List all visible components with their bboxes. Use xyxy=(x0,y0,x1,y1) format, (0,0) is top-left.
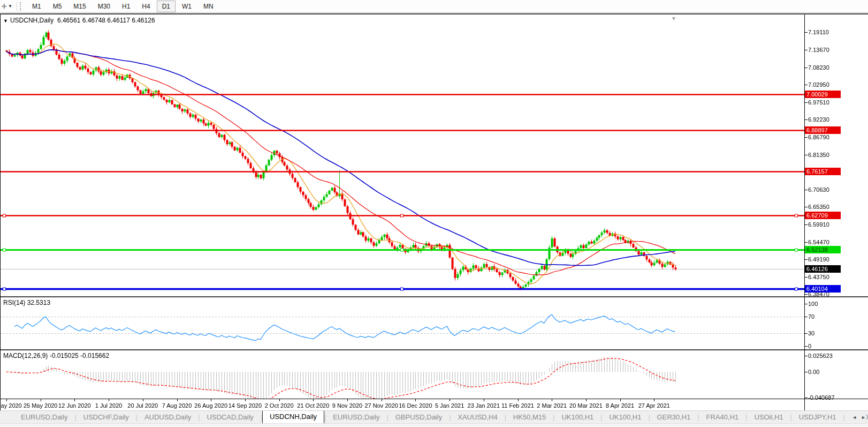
price-tick-label: 6.70630 xyxy=(808,186,829,193)
hline-price-label: 6.52138 xyxy=(805,246,841,253)
chart-tab-hk50-m15[interactable]: HK50,M15 xyxy=(506,411,553,423)
scroll-to-end-marker[interactable]: ▼ xyxy=(671,16,676,21)
date-label: 14 Sep 2020 xyxy=(229,402,262,409)
timeframe-button-h4[interactable]: H4 xyxy=(136,1,155,12)
chart-title: ▼USDCNH,Daily 6.46561 6.46748 6.46117 6.… xyxy=(3,17,155,24)
price-tick-label: 6.59910 xyxy=(808,221,829,228)
macd-tick-label: 0.025623 xyxy=(808,353,833,359)
date-label: 20 Jul 2020 xyxy=(127,402,158,409)
chart-tab-ger30-h1[interactable]: GER30,H1 xyxy=(650,411,698,423)
price-tick-label: 6.65350 xyxy=(808,204,829,210)
chart-ohlc-quotes: 6.46561 6.46748 6.46117 6.46126 xyxy=(57,17,155,24)
chart-tab-list: EURUSD,Daily|USDCHF,Daily|AUDUSD,Daily|U… xyxy=(14,411,868,423)
chart-tab-usdchf-daily[interactable]: USDCHF,Daily xyxy=(77,411,136,423)
date-label: 9 Nov 2020 xyxy=(332,402,362,409)
rsi-indicator-label: RSI(14) 32.5313 xyxy=(3,299,50,306)
date-label: 12 Jun 2020 xyxy=(58,402,91,409)
timeframe-button-group: M1M5M15M30H1H4D1W1MN xyxy=(26,1,219,12)
price-tick-label: 6.81350 xyxy=(808,152,829,158)
date-label: 25 May 2020 xyxy=(24,402,58,409)
cursor-tool-icon[interactable]: ✛ xyxy=(0,3,8,10)
chart-tab-fra40-h1[interactable]: FRA40,H1 xyxy=(699,411,746,423)
date-label: 5 Jan 2021 xyxy=(435,402,464,409)
cursor-tool-dropdown-icon[interactable]: ▼ xyxy=(8,4,15,9)
chart-tab-bar: EURUSD,Daily|USDCHF,Daily|AUDUSD,Daily|U… xyxy=(0,410,868,423)
date-label: 2 Mar 2021 xyxy=(537,402,567,409)
timeframe-button-mn[interactable]: MN xyxy=(198,1,219,12)
rsi-tick-label: 30 xyxy=(808,330,814,336)
macd-tick-label: -0.040687 xyxy=(808,394,835,401)
timeframe-button-m5[interactable]: M5 xyxy=(48,1,67,12)
date-label: 21 Oct 2020 xyxy=(297,402,329,409)
chart-tab-usdcnh-daily[interactable]: USDCNH,Daily xyxy=(262,410,324,423)
price-tick-label: 6.54470 xyxy=(808,239,829,245)
timeframe-button-m30[interactable]: M30 xyxy=(93,1,116,12)
price-tick-label: 6.43750 xyxy=(808,274,829,280)
date-label: 1 Jul 2020 xyxy=(95,402,123,409)
date-label: 27 Apr 2021 xyxy=(638,402,670,409)
chart-tab-usdjpy-h1[interactable]: USDJPY,H1 xyxy=(792,411,843,423)
status-strip xyxy=(0,423,868,427)
toolbar-grip-handle[interactable] xyxy=(20,2,23,11)
date-label: 11 Feb 2021 xyxy=(501,402,534,409)
hline-price-label: 6.40104 xyxy=(805,285,841,293)
price-tick-label: 6.86790 xyxy=(808,134,829,140)
price-tick-label: 7.08230 xyxy=(808,64,829,71)
date-label: 8 Apr 2021 xyxy=(606,402,634,409)
price-tick-label: 7.19110 xyxy=(808,29,829,35)
chart-tab-usoil-h1[interactable]: USOil,H1 xyxy=(747,411,790,423)
price-tick-label: 7.02950 xyxy=(808,81,829,88)
chart-tab-gbpusd-daily[interactable]: GBPUSD,Daily xyxy=(389,411,449,423)
tabs-scroll-right-icon[interactable]: ► xyxy=(861,415,866,420)
tab-scroll-arrows: ◄ ► xyxy=(849,411,866,423)
hline-price-label: 7.00029 xyxy=(805,91,841,98)
price-tick-label: 6.49190 xyxy=(808,256,829,263)
timeframe-button-h1[interactable]: H1 xyxy=(117,1,135,12)
timeframe-button-d1[interactable]: D1 xyxy=(157,1,176,12)
toolbar-separator xyxy=(17,2,17,11)
price-tick-label: 6.92230 xyxy=(808,116,829,123)
date-label: 27 Nov 2020 xyxy=(364,402,398,409)
chart-collapse-icon[interactable]: ▼ xyxy=(3,18,8,24)
price-tick-label: 7.13670 xyxy=(808,47,829,53)
date-label: 6 May 2020 xyxy=(0,402,22,409)
top-toolbar: ✛ ▼ M1M5M15M30H1H4D1W1MN xyxy=(0,0,868,13)
date-label: 2 Oct 2020 xyxy=(265,402,294,409)
chart-tab-eurusd-daily[interactable]: EURUSD,Daily xyxy=(326,411,386,423)
date-label: 7 Aug 2020 xyxy=(162,402,192,409)
hline-price-label: 6.88897 xyxy=(805,126,841,134)
price-chart-canvas[interactable] xyxy=(0,14,868,411)
chart-tab-eurusd-daily[interactable]: EURUSD,Daily xyxy=(14,411,74,423)
chart-tab-audusd-daily[interactable]: AUDUSD,Daily xyxy=(138,411,198,423)
hline-price-label: 6.76157 xyxy=(805,168,841,175)
tabs-scroll-left-icon[interactable]: ◄ xyxy=(852,415,857,420)
timeframe-button-m1[interactable]: M1 xyxy=(27,1,47,12)
macd-tick-label: 0.00 xyxy=(808,369,819,375)
chart-window: ▼USDCNH,Daily 6.46561 6.46748 6.46117 6.… xyxy=(0,13,868,411)
rsi-tick-label: 0 xyxy=(808,343,811,349)
chart-tab-uk100-h1[interactable]: UK100,H1 xyxy=(554,411,600,423)
date-label: 20 Mar 2021 xyxy=(569,402,603,409)
chart-symbol-period: USDCNH,Daily xyxy=(10,17,54,24)
chart-tab-xauusd-h4[interactable]: XAUUSD,H4 xyxy=(451,411,504,423)
chart-tab-uk100-h1[interactable]: UK100,H1 xyxy=(602,411,648,423)
date-label: 23 Jan 2021 xyxy=(468,402,500,409)
chart-tab-usdcad-daily[interactable]: USDCAD,Daily xyxy=(200,411,260,423)
macd-indicator-label: MACD(12,26,9) -0.015025 -0.015662 xyxy=(3,352,109,359)
rsi-tick-label: 70 xyxy=(808,313,814,320)
timeframe-button-m15[interactable]: M15 xyxy=(68,1,91,12)
rsi-tick-label: 100 xyxy=(808,301,818,307)
current-price-label: 6.46126 xyxy=(805,265,841,273)
hline-price-label: 6.62709 xyxy=(805,212,841,219)
price-tick-label: 6.97510 xyxy=(808,99,829,106)
date-label: 26 Aug 2020 xyxy=(194,402,227,409)
timeframe-button-w1[interactable]: W1 xyxy=(177,1,197,12)
date-label: 16 Dec 2020 xyxy=(399,402,432,409)
